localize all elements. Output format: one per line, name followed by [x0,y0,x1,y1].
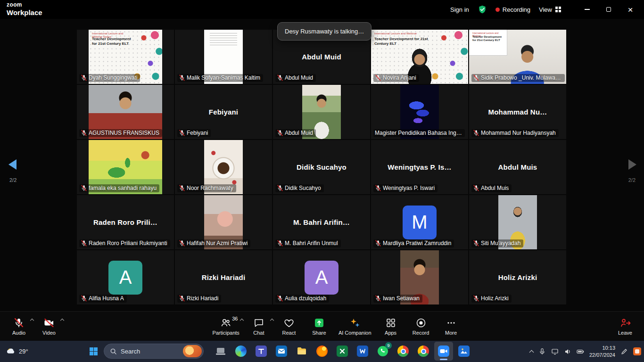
participant-tile[interactable]: famala eka sanhadi rahayu [77,140,174,194]
chat-button[interactable]: Chat [244,312,274,341]
previous-page-arrow[interactable] [8,159,17,170]
ai-companion-button[interactable]: AI Companion [334,312,376,341]
audio-button[interactable]: Audio [4,312,34,341]
participant-label: Aulia dzulqoidah [275,295,329,303]
word-icon[interactable] [353,342,372,361]
participant-name-label: famala eka sanhadi rahayu [89,185,157,191]
participant-tile[interactable]: Iwan Setiawan [371,250,468,304]
firefox-icon[interactable] [313,342,331,361]
participant-label: Malik Sofyan-Sanimas Kaltim [177,74,263,82]
windows-taskbar: 29° Search 9 [0,341,644,362]
participant-tile[interactable]: Febiyani Febiyani [175,85,272,139]
mic-muted-icon [179,240,185,247]
sign-in-button[interactable]: Sign in [450,6,469,13]
start-button[interactable] [84,342,103,361]
record-button[interactable]: Record [406,312,436,341]
participant-tile[interactable]: A Alifia Husna A [77,250,174,304]
participant-tile[interactable]: M. Bahri Arifin… M. Bahri Arifin Unmul [273,195,370,249]
photos-icon[interactable] [454,342,473,361]
video-off-icon [43,317,55,329]
view-button[interactable]: View [539,6,561,13]
slide-title-text: Teacher Development for 21st Century ELT [472,35,503,42]
participant-tile[interactable]: International Lecture and Webinar Teache… [371,30,468,84]
participant-label: Abdul Muid [275,74,316,82]
video-button[interactable]: Video [34,312,64,341]
tray-display-icon[interactable] [551,348,559,355]
participant-tile[interactable]: Holiz Arizki Holiz Arizki [469,250,566,304]
chrome-profile-2-icon[interactable] [414,342,433,361]
tray-app-badge-icon[interactable] [633,347,641,355]
participants-options-chevron-icon[interactable] [240,319,244,322]
participant-tile[interactable]: AGUSTINUS FRANSISKUS [77,85,174,139]
more-button[interactable]: More [436,312,466,341]
maximize-button[interactable] [598,0,619,19]
window-controls: × [576,0,641,19]
participant-tile[interactable]: Abdul Muis Abdul Muis [469,140,566,194]
tray-microphone-icon[interactable] [538,348,546,355]
taskbar-clock[interactable]: 10:13 22/07/2024 [589,345,615,359]
participant-tile[interactable]: Noor Rachmawaty [175,140,272,194]
participant-tile[interactable]: M Mardliya Pratiwi Zamruddin [371,195,468,249]
audio-options-chevron-icon[interactable] [30,319,34,322]
participant-tile[interactable]: Rizki Hariadi Rizki Hariadi [175,250,272,304]
file-explorer-icon[interactable] [292,342,311,361]
participant-tile[interactable]: Abdul Muid [273,85,370,139]
taskbar-search-box[interactable]: Search [104,344,204,359]
participant-label: Abdul Muis [471,184,512,192]
participant-label: Alifia Husna A [79,295,127,303]
apps-button[interactable]: Apps [376,312,406,341]
excel-icon[interactable] [333,342,352,361]
whatsapp-icon[interactable]: 9 [373,342,392,361]
participant-tile[interactable]: Siti Mu'ayyadah [469,195,566,249]
participant-name-label: Raden Roro Priliani Rukmiyanti [89,240,167,247]
teams-icon[interactable] [252,342,271,361]
pen-icon[interactable] [620,348,628,355]
edge-icon[interactable] [231,342,250,361]
react-button[interactable]: React [274,312,304,341]
participant-name-label: Dyah Sunggingwati [89,74,137,81]
participants-button[interactable]: 36 Participants [208,312,243,341]
next-page-arrow[interactable] [628,159,636,170]
zoom-app-icon[interactable] [434,342,453,361]
participant-label: Sidik Prabowo _Univ. Mulawar… [471,74,565,82]
participant-label: Rizki Hariadi [177,295,221,303]
page-indicator-right: 2/2 [628,177,636,183]
participant-tile[interactable]: International Lecture and Webinar Series… [77,30,174,84]
participant-grid: International Lecture and Webinar Series… [77,30,566,304]
share-button[interactable]: Share [304,312,334,341]
minimize-button[interactable] [576,0,598,19]
mic-muted-icon [81,130,87,136]
tray-volume-icon[interactable] [564,348,571,355]
whatsapp-badge: 9 [385,342,392,349]
mic-muted-icon [473,295,479,302]
video-options-chevron-icon[interactable] [60,319,64,322]
close-button[interactable]: × [619,0,641,19]
participant-name-label: Hafifah Nur Azmi Pratiwi [187,240,248,247]
participant-label: Holiz Arizki [471,295,512,303]
participant-label: Dyah Sunggingwati [79,74,140,82]
more-dots-icon [446,317,457,329]
chat-options-chevron-icon[interactable] [270,319,274,322]
tray-battery-icon[interactable] [577,348,584,355]
participant-tile[interactable]: Hafifah Nur Azmi Pratiwi [175,195,272,249]
participant-tile[interactable]: Malik Sofyan-Sanimas Kaltim [175,30,272,84]
hidden-icons-chevron-icon[interactable] [529,350,534,354]
taskbar-weather-widget[interactable]: 29° [3,341,31,362]
participant-tile[interactable]: Mohammad Nu… Mohammad Nur Hadiyansyah [469,85,566,139]
taskbar-device-app-icon[interactable] [211,342,230,361]
participant-name-label: Febiyani [187,130,208,136]
system-tray: 10:13 22/07/2024 [530,341,641,362]
chrome-icon[interactable] [394,342,413,361]
participant-tile[interactable]: A Aulia dzulqoidah [273,250,370,304]
participant-tile[interactable]: Weningtyas P. Is… Weningtyas P. Iswari [371,140,468,194]
mic-muted-icon [473,185,479,191]
participant-tile[interactable]: Magister Pendidikan Bahasa Ing… [371,85,468,139]
participant-tile[interactable]: International Lecture and Webinar Teache… [469,30,566,84]
participant-tile[interactable]: Didik Sucahyo Didik Sucahyo [273,140,370,194]
participant-avatar: A [108,261,142,295]
participant-tile[interactable]: Raden Roro Prili… Raden Roro Priliani Ru… [77,195,174,249]
security-shield-icon[interactable] [478,5,487,14]
outlook-icon[interactable] [272,342,291,361]
participant-name-label: Mohammad Nur Hadiyansyah [481,130,556,136]
leave-button[interactable]: Leave [610,312,640,341]
